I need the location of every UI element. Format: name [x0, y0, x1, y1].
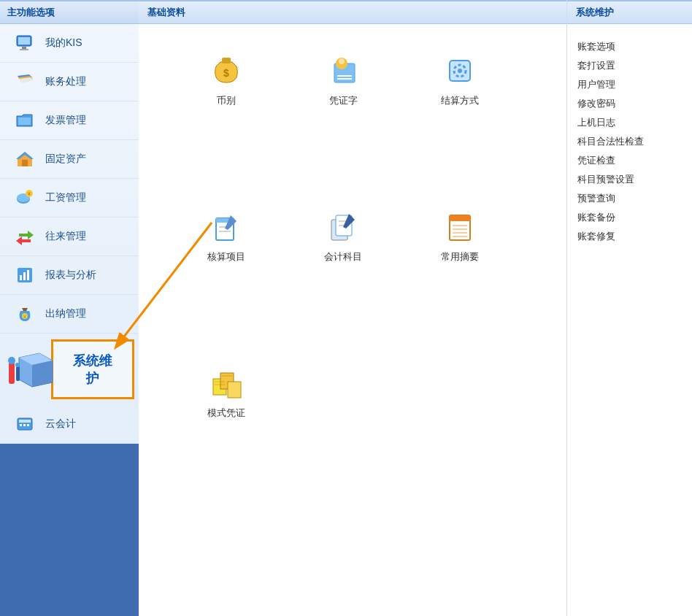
sidebar-item-assets[interactable]: 固定资产: [0, 140, 139, 179]
main-header: 基础资料: [139, 0, 566, 24]
app-accounting-item[interactable]: 核算项目: [168, 209, 285, 263]
sidebar-item-label: 云会计: [45, 417, 76, 431]
voucher-word-icon: [326, 53, 361, 88]
right-item-change-password[interactable]: 修改密码: [577, 94, 682, 113]
sidebar-item-accounting[interactable]: 账务处理: [0, 63, 139, 101]
sidebar-item-reports[interactable]: 报表与分析: [0, 256, 139, 295]
right-panel-header: 系统维护: [567, 0, 692, 24]
svg-rect-5: [22, 160, 28, 166]
sidebar-fill: [0, 444, 139, 616]
app-account-subject[interactable]: 会计科目: [285, 209, 401, 263]
svg-point-30: [339, 58, 345, 64]
app-label: 会计科目: [324, 250, 362, 263]
sidebar-item-label: 出纳管理: [45, 307, 86, 320]
right-item-voucher-check[interactable]: 凭证检查: [577, 151, 682, 170]
app-label: 模式凭证: [207, 407, 245, 420]
sidebar-item-current[interactable]: 往来管理: [0, 217, 139, 256]
app-common-summary[interactable]: 常用摘要: [401, 209, 518, 263]
app-pattern-voucher[interactable]: 模式凭证: [168, 366, 285, 420]
sidebar-item-label: 固定资产: [45, 153, 86, 166]
sidebar-item-label: 工资管理: [45, 191, 86, 204]
watermark: Baidu 经验 jingyan.baidu.com: [456, 574, 558, 609]
right-item-user-mgmt[interactable]: 用户管理: [577, 75, 682, 94]
salary-icon: ¥: [15, 188, 35, 208]
svg-rect-31: [337, 75, 352, 77]
sidebar-header: 主功能选项: [0, 0, 139, 24]
sidebar-item-cashier[interactable]: ¥ 出纳管理: [0, 295, 139, 334]
app-currency[interactable]: $ 币别: [168, 53, 285, 107]
svg-point-35: [458, 69, 462, 73]
documents-pen-icon: [326, 209, 361, 245]
svg-point-17: [8, 357, 15, 364]
sidebar-item-system-maintenance[interactable]: 系统维护: [0, 334, 139, 405]
sidebar-item-label: 账务处理: [45, 75, 86, 88]
svg-rect-23: [23, 424, 26, 426]
svg-rect-11: [20, 275, 22, 280]
monitor-icon: [15, 33, 35, 53]
right-item-warning-query[interactable]: 预警查询: [577, 189, 682, 208]
app-settlement[interactable]: 结算方式: [401, 53, 518, 107]
svg-rect-3: [20, 49, 28, 50]
svg-rect-21: [19, 420, 31, 423]
svg-text:$: $: [223, 67, 229, 79]
server-box-icon: [4, 347, 58, 391]
moneybag-icon: ¥: [15, 304, 35, 324]
folder-icon: [15, 110, 35, 131]
svg-rect-45: [450, 215, 470, 221]
app-label: 凭证字: [329, 94, 358, 107]
app-label: 结算方式: [441, 94, 479, 107]
settlement-icon: [442, 53, 477, 88]
cloud-calc-icon: [15, 414, 35, 434]
ledger-icon: [15, 72, 35, 92]
exchange-icon: [15, 226, 35, 247]
sidebar-item-label: 发票管理: [45, 114, 86, 127]
currency-icon: $: [209, 53, 244, 88]
sidebar-item-salary[interactable]: ¥ 工资管理: [0, 179, 139, 217]
svg-rect-1: [18, 37, 30, 45]
sidebar-item-label: 报表与分析: [45, 269, 96, 282]
svg-rect-2: [22, 47, 26, 49]
sidebar-item-mykis[interactable]: 我的KIS: [0, 24, 139, 63]
sidebar-item-active-label: 系统维护: [51, 339, 134, 399]
right-item-login-log[interactable]: 上机日志: [577, 113, 682, 132]
summary-list-icon: [442, 209, 477, 245]
sidebar-item-invoice[interactable]: 发票管理: [0, 101, 139, 140]
svg-rect-24: [27, 424, 29, 426]
app-label: 常用摘要: [441, 250, 479, 263]
right-item-restore[interactable]: 账套修复: [577, 227, 682, 246]
right-item-backup[interactable]: 账套备份: [577, 208, 682, 227]
report-icon: [15, 265, 35, 285]
sidebar-item-cloud[interactable]: 云会计: [0, 405, 139, 444]
right-item-subject-check[interactable]: 科目合法性检查: [577, 132, 682, 151]
sidebar-item-label: 我的KIS: [45, 36, 82, 50]
right-item-account-options[interactable]: 账套选项: [577, 37, 682, 56]
svg-rect-12: [23, 272, 26, 280]
svg-rect-32: [337, 78, 352, 80]
app-voucher-word[interactable]: 凭证字: [285, 53, 401, 107]
pattern-voucher-icon: [209, 366, 244, 401]
svg-rect-13: [27, 270, 29, 280]
svg-rect-22: [20, 424, 22, 426]
svg-text:¥: ¥: [28, 191, 31, 196]
svg-rect-18: [16, 366, 20, 381]
sidebar-item-label: 往来管理: [45, 230, 86, 243]
svg-rect-27: [222, 58, 231, 63]
notepad-pen-icon: [209, 209, 244, 245]
svg-point-19: [15, 363, 20, 367]
right-item-print-template[interactable]: 套打设置: [577, 56, 682, 75]
svg-rect-16: [9, 362, 15, 384]
right-item-subject-warning[interactable]: 科目预警设置: [577, 170, 682, 189]
app-label: 核算项目: [207, 250, 245, 263]
app-label: 币别: [217, 94, 236, 107]
svg-rect-52: [228, 382, 241, 398]
svg-rect-4: [18, 118, 31, 125]
house-icon: [15, 149, 35, 169]
